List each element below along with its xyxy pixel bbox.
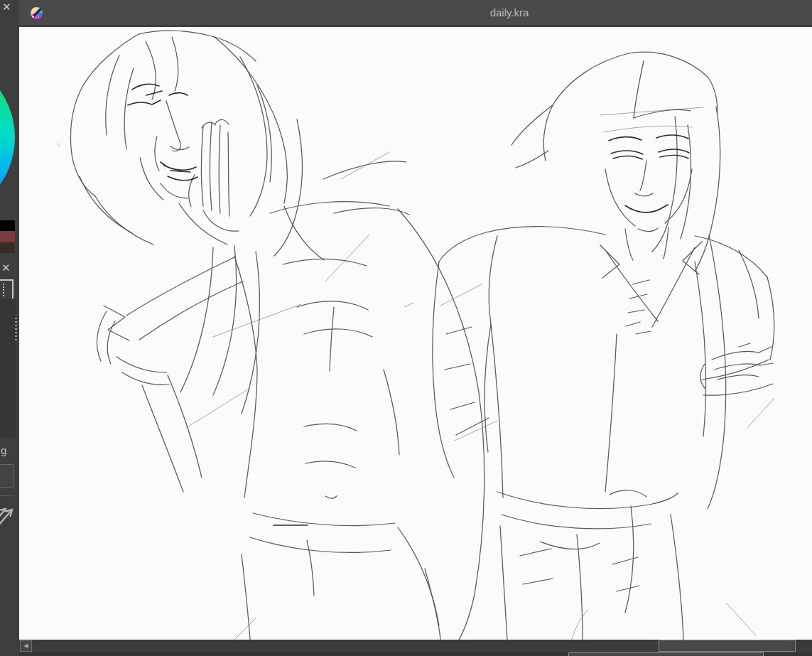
- krita-window: ✕ ✕ g daily.kra: [0, 0, 812, 656]
- docker-panel-fragment: [0, 299, 16, 438]
- sketch-accent-lines: [128, 84, 689, 525]
- document-tab-bar[interactable]: daily.kra: [19, 0, 812, 27]
- docker-close-icon[interactable]: ✕: [1, 262, 11, 274]
- sketch-drawing: [19, 27, 812, 640]
- color-swatch-black[interactable]: [0, 220, 15, 231]
- freehand-brush-tool-icon[interactable]: [0, 500, 16, 528]
- brush-preset-icon[interactable]: [0, 279, 13, 301]
- krita-logo-icon: [31, 7, 43, 19]
- drag-handle[interactable]: [15, 318, 17, 340]
- scrollbar-corner: [796, 640, 812, 652]
- sketch-construction-lines: [57, 107, 774, 640]
- divider: [0, 495, 14, 496]
- scroll-left-arrow-button[interactable]: ◀: [20, 640, 32, 652]
- sketch-right-figure: [433, 52, 774, 640]
- document-title: daily.kra: [460, 6, 559, 18]
- scrollbar-thumb[interactable]: [659, 640, 796, 652]
- color-swatch-maroon[interactable]: [0, 231, 15, 242]
- docker-label-fragment: g: [1, 444, 6, 456]
- color-wheel-fragment[interactable]: [0, 55, 15, 220]
- dropdown-fragment[interactable]: [0, 464, 14, 488]
- sketch-left-figure: [71, 31, 485, 640]
- horizontal-scrollbar[interactable]: ◀: [19, 640, 812, 652]
- left-dock-sliver: ✕ ✕ g: [0, 0, 19, 656]
- statusbar-widget-fragment[interactable]: [568, 652, 764, 656]
- color-swatch-brown[interactable]: [0, 242, 15, 253]
- close-icon[interactable]: ✕: [2, 1, 11, 14]
- preset-dots: [3, 284, 4, 296]
- canvas[interactable]: [19, 27, 812, 640]
- statusbar-fragment: [19, 652, 812, 656]
